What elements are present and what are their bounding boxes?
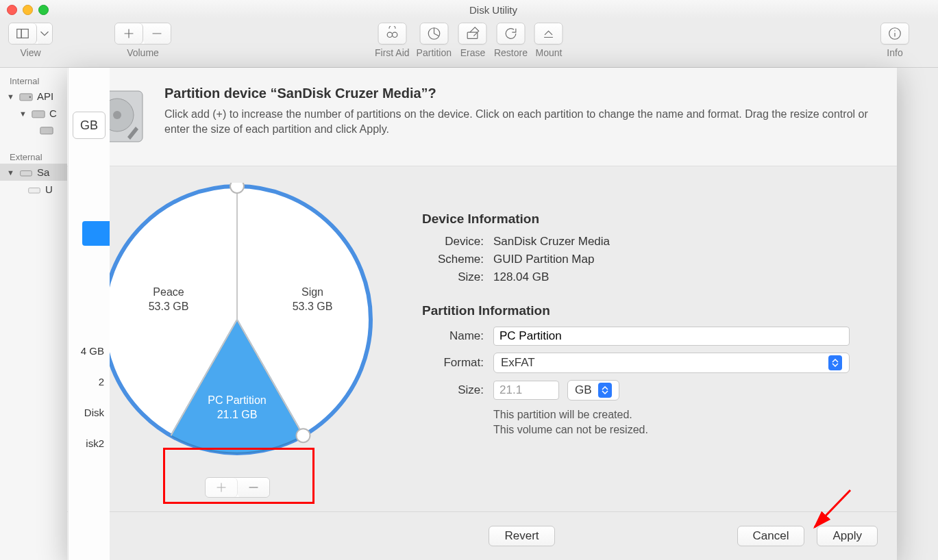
- pie-slice-2-size: 53.3 GB: [271, 300, 354, 314]
- sidebar-item-internal-1[interactable]: ▼ C: [0, 105, 67, 122]
- pie-slice-3-name: PC Partition: [196, 394, 278, 408]
- size-unit-select[interactable]: GB: [567, 380, 619, 400]
- sidebar-item-label: C: [49, 107, 57, 119]
- sidebar-item-label: U: [45, 183, 53, 195]
- sidebar-item-internal-0[interactable]: ▼ API: [0, 88, 67, 105]
- device-label: Device:: [422, 235, 484, 249]
- minimize-window-button[interactable]: [23, 5, 33, 15]
- maximize-window-button[interactable]: [38, 5, 49, 15]
- pie-slice-1-size: 53.3 GB: [127, 300, 210, 314]
- pie-slice-2-name: Sign: [271, 285, 354, 300]
- pie-slice-1-name: Peace: [127, 285, 210, 300]
- capacity-unit-value: GB: [80, 118, 98, 133]
- svg-line-9: [434, 34, 439, 36]
- hard-drive-icon: [40, 125, 53, 136]
- svg-rect-17: [32, 110, 45, 117]
- size-unit-value: GB: [575, 383, 592, 397]
- name-label: Name:: [422, 329, 484, 343]
- external-drive-icon: [27, 184, 41, 195]
- partition-sheet: Partition device “SanDisk Cruzer Media”?…: [67, 68, 897, 560]
- svg-point-6: [392, 32, 397, 37]
- sidebar-heading-internal: Internal: [0, 72, 67, 88]
- size-value: 128.04 GB: [493, 270, 549, 284]
- toolbar: View Volume First Aid Partition Erase Re…: [0, 18, 938, 68]
- erase-label: Erase: [460, 47, 486, 58]
- partition-note-1: This partition will be created.: [493, 407, 878, 422]
- sheet-title: Partition device “SanDisk Cruzer Media”?: [164, 86, 878, 101]
- format-value: ExFAT: [501, 356, 535, 370]
- sidebar-item-external-0[interactable]: ▼ Sa: [0, 164, 67, 181]
- disclosure-icon[interactable]: ▼: [7, 92, 15, 101]
- sidebar-item-external-1[interactable]: U: [0, 181, 67, 198]
- svg-rect-1: [21, 29, 28, 38]
- select-arrows-icon: [828, 355, 842, 370]
- size-label: Size:: [422, 270, 484, 284]
- rpanel-row-3: Disk: [84, 407, 104, 418]
- sheet-header: Partition device “SanDisk Cruzer Media”?…: [67, 68, 897, 166]
- capacity-unit-select[interactable]: GB: [73, 112, 106, 139]
- partition-label: Partition: [417, 47, 452, 58]
- restore-label: Restore: [494, 47, 528, 58]
- selected-volume-color-tab: [82, 221, 110, 246]
- add-partition-button[interactable]: [206, 478, 238, 497]
- scheme-label: Scheme:: [422, 253, 484, 266]
- svg-rect-20: [29, 188, 40, 193]
- svg-point-29: [297, 429, 310, 442]
- volume-remove-button[interactable]: [143, 23, 171, 44]
- hard-drive-icon: [32, 108, 45, 119]
- erase-button[interactable]: [458, 23, 487, 44]
- info-button[interactable]: [880, 23, 909, 44]
- svg-point-14: [894, 30, 895, 31]
- scheme-value: GUID Partition Map: [493, 253, 594, 266]
- titlebar: Disk Utility: [0, 0, 938, 18]
- first-aid-button[interactable]: [378, 23, 406, 44]
- view-label: View: [20, 47, 40, 58]
- partition-note-2: This volume can not be resized.: [493, 422, 878, 437]
- rpanel-row-4: isk2: [86, 437, 104, 449]
- format-select[interactable]: ExFAT: [493, 353, 850, 373]
- view-mode-button[interactable]: [8, 23, 53, 44]
- select-arrows-icon: [598, 383, 612, 398]
- sidebar-heading-external: External: [0, 148, 67, 164]
- partition-size-input: [493, 381, 559, 400]
- sidebar: Internal ▼ API ▼ C External ▼ Sa U: [0, 68, 68, 560]
- window-title: Disk Utility: [55, 4, 931, 16]
- sidebar-item-label: API: [37, 90, 53, 102]
- sheet-description: Click add (+) to increase the number of …: [164, 107, 878, 136]
- first-aid-label: First Aid: [375, 47, 410, 58]
- cancel-button[interactable]: Cancel: [737, 526, 805, 546]
- svg-point-28: [230, 183, 244, 193]
- psize-label: Size:: [422, 383, 484, 397]
- external-drive-icon: [19, 167, 33, 178]
- mount-label: Mount: [536, 47, 563, 58]
- volume-label: Volume: [127, 47, 159, 58]
- remove-partition-button[interactable]: [238, 478, 269, 497]
- svg-rect-19: [21, 170, 32, 176]
- right-panel-sliver: GB 4 GB 2 Disk isk2: [68, 68, 110, 560]
- svg-rect-0: [17, 29, 21, 38]
- restore-button[interactable]: [496, 23, 525, 44]
- svg-point-5: [387, 32, 392, 37]
- pie-slice-3-size: 21.1 GB: [196, 408, 278, 422]
- svg-point-23: [113, 111, 121, 119]
- mount-button[interactable]: [534, 23, 563, 44]
- partition-name-input[interactable]: [493, 327, 850, 346]
- revert-button[interactable]: Revert: [489, 526, 554, 546]
- rpanel-row-2: 2: [99, 376, 104, 387]
- sidebar-item-label: Sa: [37, 166, 49, 178]
- partition-button[interactable]: [419, 23, 448, 44]
- sheet-footer: ? Revert Cancel Apply: [67, 511, 897, 560]
- disclosure-icon[interactable]: ▼: [7, 168, 15, 177]
- svg-point-16: [29, 96, 32, 98]
- window-controls: [7, 5, 49, 15]
- device-value: SanDisk Cruzer Media: [493, 235, 610, 249]
- apply-button[interactable]: Apply: [817, 526, 878, 546]
- partition-pie-panel: Peace 53.3 GB Sign 53.3 GB PC Partition …: [86, 180, 388, 511]
- hard-drive-icon: [19, 91, 33, 102]
- close-window-button[interactable]: [7, 5, 17, 15]
- format-label: Format:: [422, 356, 484, 370]
- volume-add-button[interactable]: [115, 23, 143, 44]
- rpanel-row-1: 4 GB: [81, 345, 104, 357]
- sidebar-item-internal-2[interactable]: [0, 122, 67, 138]
- disclosure-icon[interactable]: ▼: [19, 110, 27, 118]
